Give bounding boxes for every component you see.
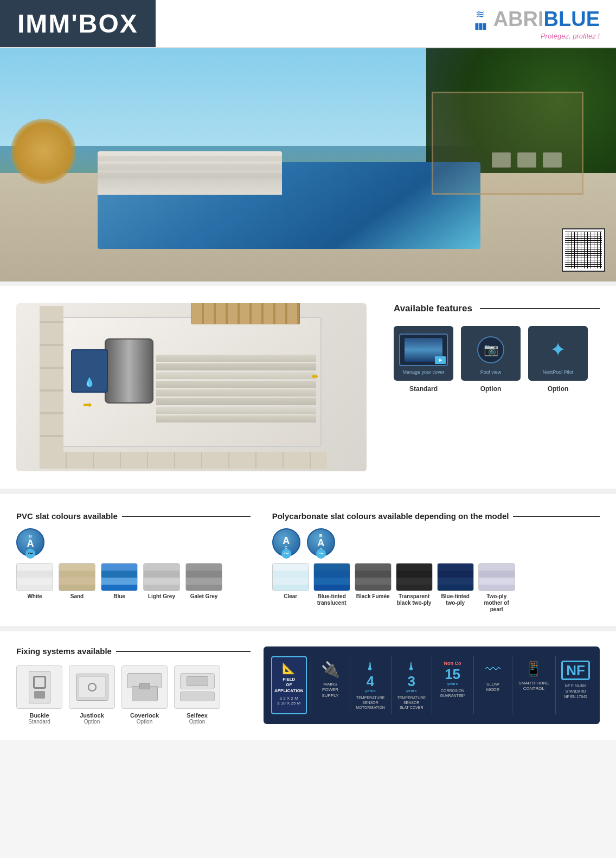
corrosion-years-label: years [438, 681, 467, 686]
pvc-colors: PVC slat colours available B A C 〜 [16, 511, 251, 613]
feature-manage-sub: Manage your cover [398, 369, 449, 375]
brand-name: IMM'BOX [17, 9, 138, 39]
spec-temp3: 🌡 3 years TEMPERATURESENSORSLAT COVER [395, 656, 428, 714]
mains-icon: 🔌 [317, 661, 343, 678]
spec-nf: NF NF P 90-308STANDARDNF EN 17645 [559, 656, 592, 714]
temp4-icon: 🌡 [356, 661, 384, 673]
poly-swatch-pearl: Two-ply mother of pearl [478, 563, 515, 613]
coverlock-name: Coverlock [121, 712, 168, 719]
feature-nextpool-sub: NextPool Pilot [532, 369, 583, 375]
field-label1: FIELDOF APPLICATION [274, 677, 304, 694]
spec-mains: 🔌 MAINS POWERSUPPLY [315, 656, 345, 714]
hero-image [0, 48, 616, 281]
smartphone-label: SMARTPHONECONTROL [518, 681, 549, 692]
poly-bluetint-label: Blue-tinted translucent [313, 593, 350, 606]
pvc-swatches: White Sand Blue [16, 563, 251, 599]
nf-text: NF [566, 662, 585, 678]
pvc-swatch-lightgrey: Light Grey [143, 563, 180, 599]
pvc-lightgrey-label: Light Grey [143, 593, 180, 599]
field-icon: 📐 [274, 662, 304, 675]
slow-icon: 〰 [479, 661, 506, 678]
pvc-swatch-blue: Blue [101, 563, 138, 599]
fixing-items: Buckle Standard Justlock Option [16, 665, 251, 725]
poly-clear-label: Clear [272, 593, 309, 599]
corrosion-label: CORROSIONGUARANTEE* [438, 688, 467, 698]
smartphone-icon: 📱 [518, 661, 549, 677]
fixing-justlock: Justlock Option [69, 665, 115, 725]
coverlock-sub: Option [121, 719, 168, 725]
pvc-blue-label: Blue [101, 593, 138, 599]
poly-swatch-clear: Clear [272, 563, 309, 613]
feature-manage-label: Standard [394, 385, 453, 393]
spec-smartphone: 📱 SMARTPHONECONTROL [516, 656, 551, 714]
features-cards: ▶ Manage your cover Standard 📷 Pool view… [394, 326, 600, 393]
feature-pool-label: Option [461, 385, 521, 393]
qr-code [562, 228, 605, 272]
feature-manage: ▶ Manage your cover Standard [394, 326, 453, 393]
selfeex-name: Selfeex [174, 712, 220, 719]
temp3-years: 3 [397, 674, 426, 688]
slow-label: SLOW MODE [479, 682, 506, 693]
spec-temp4: 🌡 4 years TEMPERATURESENSORMOTORISATION [354, 656, 387, 714]
pvc-swatch-galetgrey: Galet Grey [185, 563, 222, 599]
abriblue-logo: ≋ ▮▮▮ ABRIBLUE Protégez, profitez ! [458, 0, 616, 47]
temp3-years-label: years [397, 688, 426, 693]
poly-swatch-bluetwoply: Blue-tinted two-ply [437, 563, 474, 613]
header: IMM'BOX ≋ ▮▮▮ ABRIBLUE Protégez, profite… [0, 0, 616, 48]
feature-nextpool-label: Option [528, 385, 588, 393]
pvc-title: PVC slat colours available [16, 511, 251, 521]
poly-transblack-label: Transparent black two-ply [396, 593, 433, 606]
fixing-buckle: Buckle Standard [16, 665, 62, 725]
pvc-swatch-sand: Sand [59, 563, 95, 599]
features-panel: Available features ▶ Manage your cover S… [394, 303, 600, 471]
buckle-name: Buckle [16, 712, 62, 719]
temp4-years-label: years [356, 688, 384, 693]
mains-label: MAINS POWERSUPPLY [317, 682, 343, 699]
corrosion-years: 15 [438, 667, 467, 681]
fixing-left: Fixing systems available Buckle Standard [16, 646, 251, 725]
features-title: Available features [394, 303, 600, 314]
abriblue-text: ABRIBLUE [493, 8, 600, 31]
poly-pearl-label: Two-ply mother of pearl [478, 593, 515, 613]
pvc-swatch-white: White [16, 563, 53, 599]
nf-badge: NF [561, 661, 590, 680]
poly-swatch-bluetint: Blue-tinted translucent [313, 563, 350, 613]
nf-label: NF P 90-308STANDARDNF EN 17645 [561, 683, 590, 699]
poly-bluetwoply-label: Blue-tinted two-ply [437, 593, 474, 606]
pvc-sand-label: Sand [59, 593, 95, 599]
fixing-coverlock: Coverlock Option [121, 665, 168, 725]
justlock-sub: Option [69, 719, 115, 725]
product-section: 💧 ➡ ⬌ [0, 281, 616, 489]
spec-field: 📐 FIELDOF APPLICATION ≥ 2 X 2 M ≤ 10 X 2… [271, 656, 307, 714]
fixing-title: Fixing systems available [16, 646, 251, 656]
temp4-years: 4 [356, 674, 384, 688]
spec-corrosion: Non Co 15 years CORROSIONGUARANTEE* [436, 656, 470, 714]
colors-section: PVC slat colours available B A C 〜 [0, 489, 616, 626]
poly-colors: Polycarbonate slat colours available dep… [272, 511, 600, 613]
fixing-selfeex: Selfeex Option [174, 665, 220, 725]
poly-swatch-transblack: Transparent black two-ply [396, 563, 433, 613]
feature-pool-sub: Pool view [465, 369, 516, 375]
poly-swatch-black: Black Fumée [355, 563, 392, 613]
justlock-name: Justlock [69, 712, 115, 719]
feature-nextpool: ✦ NextPool Pilot Option [528, 326, 588, 393]
corrosion-noncorr: Non Co [438, 661, 467, 666]
feature-pool: 📷 Pool view Option [461, 326, 521, 393]
pvc-galetgrey-label: Galet Grey [185, 593, 222, 599]
poly-title: Polycarbonate slat colours available dep… [272, 511, 600, 521]
specs-panel: 📐 FIELDOF APPLICATION ≥ 2 X 2 M ≤ 10 X 2… [264, 646, 600, 724]
spec-slow: 〰 SLOW MODE [477, 656, 508, 714]
buckle-sub: Standard [16, 719, 62, 725]
selfeex-sub: Option [174, 719, 220, 725]
poly-black-label: Black Fumée [355, 593, 392, 600]
temp3-label: TEMPERATURESENSORSLAT COVER [397, 695, 426, 710]
temp3-icon: 🌡 [397, 661, 426, 673]
field-size1: ≥ 2 X 2 M [274, 696, 304, 701]
fixing-section: Fixing systems available Buckle Standard [0, 626, 616, 740]
poly-swatches: Clear Blue-tinted translucent [272, 563, 600, 613]
field-size2: ≤ 10 X 25 M [274, 701, 304, 706]
tagline: Protégez, profitez ! [541, 32, 600, 40]
temp4-label: TEMPERATURESENSORMOTORISATION [356, 695, 384, 710]
pvc-white-label: White [16, 593, 53, 599]
logo-box: IMM'BOX [0, 0, 156, 47]
